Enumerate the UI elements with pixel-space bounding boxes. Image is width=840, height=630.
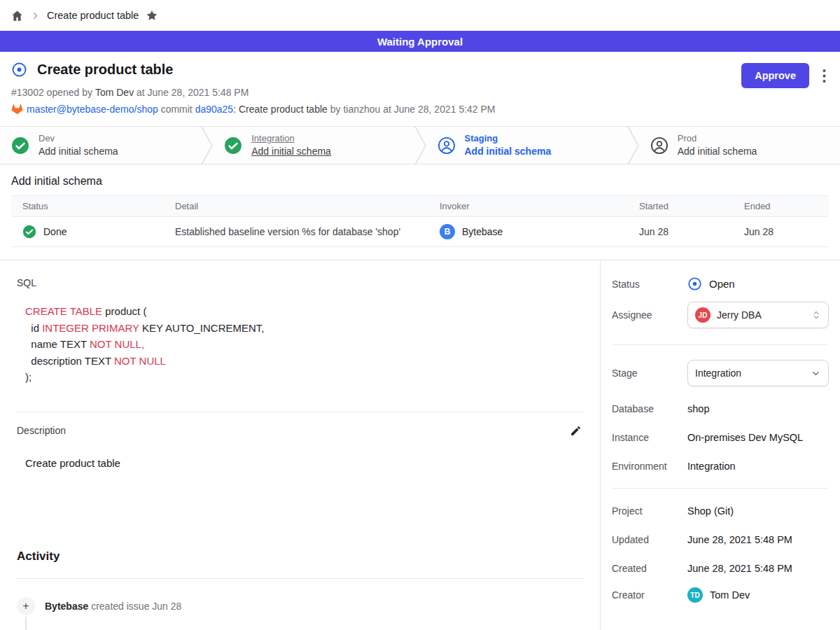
stage-separator [414, 127, 426, 164]
activity-text: Bytebase created issue Jun 28 [45, 601, 181, 612]
sql-code: CREATE TABLE product ( id INTEGER PRIMAR… [25, 303, 583, 386]
activity-list: +Bytebase created issue Jun 28 [17, 597, 583, 615]
task-section-heading: Add initial schema [11, 175, 829, 188]
pipeline-stage-prod[interactable]: ProdAdd initial schema [639, 127, 840, 164]
activity-heading: Activity [17, 550, 583, 564]
creator-avatar: TD [687, 587, 703, 603]
task-table-header: StatusDetailInvokerStartedEnded [11, 196, 829, 217]
check-circle-icon [22, 225, 36, 239]
field-label: Environment [612, 461, 687, 472]
pipeline-stage-staging[interactable]: StagingAdd initial schema [426, 127, 627, 164]
sidebar-field-created: CreatedJune 28, 2021 5:48 PM [612, 563, 829, 574]
stage-task: Add initial schema [678, 146, 757, 157]
home-icon[interactable] [10, 9, 24, 22]
text-segment: by tianzhou at June 28, 2021 5:42 PM [330, 104, 496, 115]
vcs-line-text: master@bytebase-demo/shop commit da90a25… [27, 104, 496, 115]
user-circle-icon [438, 136, 456, 155]
sidebar-field-environment: EnvironmentIntegration [612, 461, 829, 472]
creator-label: Creator [612, 589, 687, 601]
pipeline-stage-dev[interactable]: DevAdd initial schema [0, 127, 201, 164]
text-segment: commit [161, 104, 192, 115]
edit-description-button[interactable] [568, 424, 583, 438]
stage-select[interactable]: Integration [687, 360, 829, 386]
sql-line: ); [25, 369, 583, 386]
stage-task: Add initial schema [251, 146, 331, 157]
task-row[interactable]: DoneEstablished baseline version %s for … [11, 217, 829, 247]
stage-value: Integration [695, 368, 741, 379]
description-label: Description [17, 425, 66, 436]
main-panel: SQL CREATE TABLE product ( id INTEGER PR… [0, 260, 601, 630]
field-label: Instance [612, 432, 687, 443]
field-value: Shop (Git) [687, 505, 734, 517]
stage-separator [627, 127, 639, 164]
text-segment: : [233, 104, 236, 115]
creator: TD Tom Dev [687, 587, 750, 603]
approve-button[interactable]: Approve [741, 63, 809, 88]
task-invoker: BBytebase [440, 224, 617, 239]
assignee-value: Jerry DBA [717, 309, 762, 321]
breadcrumb: Create product table [0, 0, 840, 31]
task-ended: Jun 28 [733, 217, 829, 247]
divider [17, 578, 583, 579]
issue-status: Open [687, 276, 735, 291]
stage-task: Add initial schema [465, 146, 552, 157]
issue-header: Create product table #13002 opened by To… [0, 52, 840, 126]
field-label: Project [612, 505, 687, 517]
field-value: shop [687, 403, 709, 414]
stage-env: Integration [251, 134, 331, 144]
issue-meta: #13002 opened by Tom Dev at June 28, 202… [11, 87, 829, 98]
field-value: Integration [687, 461, 736, 472]
assignee-avatar: JD [695, 307, 710, 323]
sql-line: description TEXT NOT NULL [25, 353, 583, 370]
column-header: Detail [164, 196, 428, 217]
open-status-icon [687, 276, 702, 291]
breadcrumb-page-title: Create product table [47, 10, 139, 21]
stage-separator [201, 127, 213, 164]
field-label: Created [612, 563, 687, 574]
field-label: Database [612, 403, 687, 414]
content-area: SQL CREATE TABLE product ( id INTEGER PR… [0, 260, 840, 630]
invoker-avatar: B [440, 224, 455, 239]
stage-env: Dev [38, 134, 118, 144]
gitlab-icon [11, 104, 27, 115]
sidebar-field-instance: InstanceOn-premises Dev MySQL [612, 432, 829, 443]
stage-label: Stage [612, 368, 687, 379]
star-icon[interactable] [146, 9, 158, 22]
kebab-menu-icon[interactable] [820, 67, 829, 85]
sql-label: SQL [17, 277, 583, 288]
check-circle-icon [11, 136, 29, 155]
column-header: Ended [733, 196, 829, 217]
text-segment: Tom Dev [95, 87, 134, 98]
text-segment: Bytebase [45, 601, 88, 612]
status-label: Status [612, 279, 687, 290]
task-started: Jun 28 [628, 217, 733, 247]
assignee-select[interactable]: JD Jerry DBA [687, 302, 829, 328]
vcs-branch-link[interactable]: master@bytebase-demo/shop [27, 104, 158, 115]
sidebar-field-project: ProjectShop (Git) [612, 505, 829, 517]
text-segment: created issue Jun 28 [91, 601, 181, 612]
pipeline-stage-integration[interactable]: IntegrationAdd initial schema [213, 127, 414, 164]
sidebar-fields-project: ProjectShop (Git)UpdatedJune 28, 2021 5:… [612, 505, 829, 574]
pipeline: DevAdd initial schemaIntegrationAdd init… [0, 126, 840, 164]
vcs-line: master@bytebase-demo/shop commit da90a25… [11, 104, 829, 115]
sidebar-fields-db: DatabaseshopInstanceOn-premises Dev MySQ… [612, 403, 829, 472]
activity-item: +Bytebase created issue Jun 28 [17, 597, 583, 615]
field-label: Updated [612, 534, 687, 545]
divider [17, 412, 583, 412]
issue-title: Create product table [37, 62, 173, 78]
commit-hash-link[interactable]: da90a25 [195, 104, 234, 115]
field-value: On-premises Dev MySQL [687, 432, 803, 443]
description-text: Create product table [25, 457, 583, 469]
column-header: Status [11, 196, 164, 217]
sql-line: id INTEGER PRIMARY KEY AUTO_INCREMENT, [25, 320, 583, 337]
divider [612, 488, 829, 489]
field-value: June 28, 2021 5:48 PM [687, 534, 792, 545]
sidebar: Status Open Assignee JD Jerry DBA Stage … [601, 260, 840, 630]
column-header: Started [628, 196, 733, 217]
chevron-right-icon [31, 11, 40, 20]
check-circle-icon [224, 136, 242, 155]
pencil-icon [570, 425, 582, 437]
field-value: June 28, 2021 5:48 PM [687, 563, 792, 574]
sql-line: name TEXT NOT NULL, [25, 336, 583, 353]
stage-env: Staging [465, 134, 552, 144]
